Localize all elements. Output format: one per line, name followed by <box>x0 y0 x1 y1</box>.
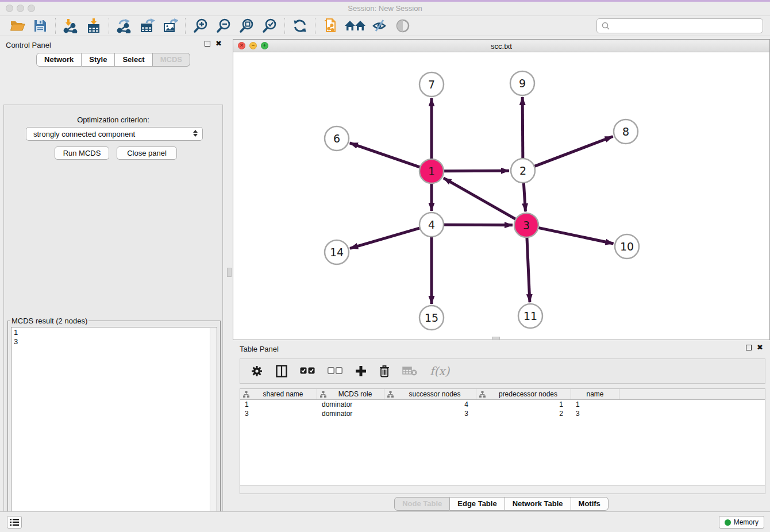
network-overview-button[interactable] <box>342 17 368 34</box>
vertical-splitter-handle[interactable] <box>227 268 232 277</box>
export-image-button[interactable] <box>159 17 182 34</box>
tab-node-table[interactable]: Node Table <box>394 497 450 511</box>
app-titlebar: Session: New Session <box>0 0 770 16</box>
save-session-button[interactable] <box>29 17 52 34</box>
save-floppy-icon <box>33 19 47 33</box>
cell-successor-nodes[interactable]: 3 <box>384 409 476 418</box>
network-graph-canvas[interactable]: 7968124314101511 <box>233 52 769 340</box>
open-session-button[interactable] <box>6 17 29 34</box>
tab-motifs[interactable]: Motifs <box>571 497 609 511</box>
column-header-MCDS-role[interactable]: MCDS role <box>317 389 384 399</box>
edge-1-2[interactable] <box>444 171 509 171</box>
result-scrollbar[interactable] <box>210 328 217 531</box>
node-label-15: 15 <box>425 311 438 324</box>
close-panel-button[interactable]: Close panel <box>117 147 177 160</box>
toolbar-separator <box>109 18 109 34</box>
refresh-button[interactable] <box>288 17 311 34</box>
network-window-titlebar[interactable]: ✕ – + scc.txt <box>233 40 769 52</box>
edge-2-9[interactable] <box>522 97 523 159</box>
export-network-button[interactable] <box>113 17 136 34</box>
cell-MCDS-role[interactable]: dominator <box>317 400 384 409</box>
node-label-4: 4 <box>428 218 435 231</box>
cell-successor-nodes[interactable]: 4 <box>384 400 476 409</box>
delete-rows-button[interactable] <box>379 363 390 380</box>
zoom-out-button[interactable] <box>212 17 235 34</box>
delete-table-button[interactable] <box>402 363 417 380</box>
cell-name[interactable]: 1 <box>571 400 619 409</box>
clone-network-button[interactable] <box>319 17 342 34</box>
toolbar-separator <box>185 18 186 34</box>
gear-icon <box>251 365 263 377</box>
node-label-10: 10 <box>620 240 634 253</box>
control-panel-close-icon[interactable]: ✖ <box>215 41 222 47</box>
tab-style[interactable]: Style <box>82 53 115 67</box>
column-tree-icon <box>320 391 326 398</box>
cell-MCDS-role[interactable]: dominator <box>317 409 384 418</box>
edge-1-6[interactable] <box>350 143 420 167</box>
memory-button[interactable]: Memory <box>719 516 764 529</box>
hide-graphics-details-button[interactable] <box>368 17 391 34</box>
tab-network-table[interactable]: Network Table <box>505 497 571 511</box>
cell-shared-name[interactable]: 3 <box>240 409 317 418</box>
node-label-9: 9 <box>519 77 526 90</box>
optimization-criterion-select[interactable]: strongly connected component <box>26 127 203 141</box>
zoom-selected-button[interactable] <box>258 17 281 34</box>
import-table-button[interactable] <box>82 17 105 34</box>
run-mcds-button[interactable]: Run MCDS <box>55 147 109 160</box>
table-row[interactable]: 1dominator411 <box>240 400 765 409</box>
export-table-button[interactable] <box>136 17 159 34</box>
show-columns-button[interactable] <box>276 363 287 380</box>
zoom-selected-icon <box>262 18 277 33</box>
edge-4-3[interactable] <box>444 225 513 225</box>
columns-icon <box>276 365 287 377</box>
edge-2-8[interactable] <box>534 137 613 167</box>
table-panel-float-icon[interactable] <box>746 345 752 350</box>
show-graphics-details-button[interactable] <box>391 17 414 34</box>
control-panel-float-icon[interactable] <box>205 41 210 47</box>
select-all-icon <box>300 367 315 375</box>
zoom-fit-icon <box>239 18 254 33</box>
task-history-button[interactable] <box>7 516 22 529</box>
edge-3-1[interactable] <box>444 178 516 219</box>
main-toolbar <box>0 16 770 36</box>
mcds-result-area[interactable]: 1 3 <box>11 327 217 532</box>
vertical-splitter[interactable] <box>226 36 233 511</box>
tab-edge-table[interactable]: Edge Table <box>450 497 505 511</box>
table-panel-close-icon[interactable]: ✖ <box>757 345 763 350</box>
search-input[interactable] <box>610 20 763 32</box>
table-horizontal-scrollbar[interactable] <box>240 485 765 494</box>
tab-network[interactable]: Network <box>36 53 82 67</box>
table-toolbar: f(x) <box>240 358 765 384</box>
zoom-out-icon <box>216 18 231 33</box>
apply-function-button[interactable]: f(x) <box>430 363 449 380</box>
zoom-fit-button[interactable] <box>235 17 258 34</box>
column-header-name[interactable]: name <box>571 389 619 399</box>
cell-shared-name[interactable]: 1 <box>240 400 317 409</box>
edge-3-10[interactable] <box>538 228 614 244</box>
select-all-button[interactable] <box>300 363 315 380</box>
table-settings-button[interactable] <box>251 363 263 380</box>
cell-predecessor-nodes[interactable]: 2 <box>476 409 571 418</box>
column-header-successor-nodes[interactable]: successor nodes <box>384 389 476 399</box>
import-network-button[interactable] <box>59 17 82 34</box>
table-row[interactable]: 3dominator323 <box>240 409 765 418</box>
add-row-button[interactable] <box>355 363 367 380</box>
control-panel-header: Control Panel ✖ <box>0 36 226 53</box>
node-label-3: 3 <box>523 219 530 232</box>
tab-mcds[interactable]: MCDS <box>153 53 190 67</box>
import-network-icon <box>63 18 78 33</box>
deselect-all-button[interactable] <box>328 363 342 380</box>
zoom-in-button[interactable] <box>189 17 212 34</box>
column-header-predecessor-nodes[interactable]: predecessor nodes <box>476 389 571 399</box>
tab-select[interactable]: Select <box>115 53 152 67</box>
edge-2-3[interactable] <box>523 183 525 211</box>
search-box[interactable] <box>596 18 763 33</box>
edge-4-14[interactable] <box>350 228 420 248</box>
cell-name[interactable]: 3 <box>571 409 619 418</box>
table-panel-title: Table Panel <box>240 345 279 353</box>
cell-predecessor-nodes[interactable]: 1 <box>476 400 571 409</box>
edge-3-11[interactable] <box>527 237 530 302</box>
export-table-icon <box>140 18 155 33</box>
column-header-shared-name[interactable]: shared name <box>240 389 317 399</box>
select-stepper-icon <box>193 130 198 137</box>
